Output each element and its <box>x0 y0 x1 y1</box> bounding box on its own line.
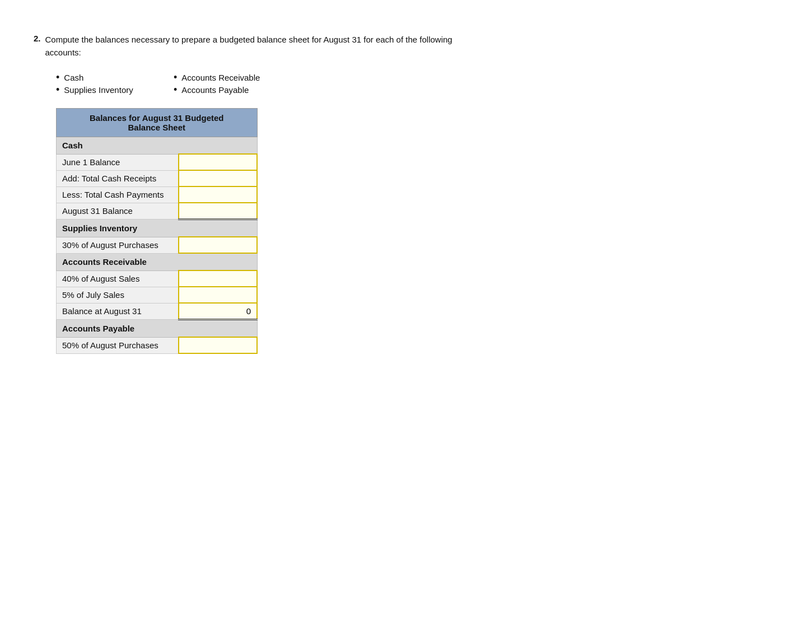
table-row: Add: Total Cash Receipts <box>57 170 258 186</box>
row-label-0-3: August 31 Balance <box>57 203 179 220</box>
row-label-1-0: 30% of August Purchases <box>57 237 179 253</box>
row-label-0-2: Less: Total Cash Payments <box>57 186 179 203</box>
section-label-0: Cash <box>57 137 258 155</box>
bullet-label-supplies-inventory: Supplies Inventory <box>64 85 133 95</box>
input-0-1[interactable] <box>185 174 251 183</box>
input-1-0[interactable] <box>185 240 251 250</box>
row-label-0-1: Add: Total Cash Receipts <box>57 170 179 186</box>
input-0-3[interactable] <box>185 206 251 216</box>
table-row: Less: Total Cash Payments <box>57 186 258 203</box>
input-2-1[interactable] <box>185 290 251 300</box>
row-label-2-0: 40% of August Sales <box>57 270 179 287</box>
section-row-0: Cash <box>57 137 258 155</box>
row-value-2-2[interactable] <box>179 303 257 320</box>
bullet-label-accounts-payable: Accounts Payable <box>181 85 249 95</box>
section-row-1: Supplies Inventory <box>57 220 258 237</box>
table-row: Balance at August 31 <box>57 303 258 320</box>
section-row-2: Accounts Receivable <box>57 253 258 270</box>
bullet-dot: • <box>174 85 177 95</box>
bullet-item-accounts-receivable: • Accounts Receivable <box>174 72 297 82</box>
section-label-2: Accounts Receivable <box>57 253 258 270</box>
table-row: June 1 Balance <box>57 154 258 170</box>
bullet-item-supplies-inventory: • Supplies Inventory <box>56 85 168 95</box>
row-label-2-2: Balance at August 31 <box>57 303 179 320</box>
table-header: Balances for August 31 Budgeted Balance … <box>57 109 258 137</box>
row-label-0-0: June 1 Balance <box>57 154 179 170</box>
row-label-2-1: 5% of July Sales <box>57 287 179 303</box>
row-label-3-0: 50% of August Purchases <box>57 337 179 353</box>
balance-table: Balances for August 31 Budgeted Balance … <box>56 108 258 354</box>
input-2-0[interactable] <box>185 274 251 283</box>
row-value-0-1[interactable] <box>179 170 257 186</box>
bullet-dot: • <box>174 72 177 82</box>
section-label-1: Supplies Inventory <box>57 220 258 237</box>
bullet-item-cash: • Cash <box>56 72 168 82</box>
table-row: 50% of August Purchases <box>57 337 258 353</box>
question-text: Compute the balances necessary to prepar… <box>45 34 482 59</box>
input-0-0[interactable] <box>185 157 251 167</box>
bullet-list: • Cash • Accounts Receivable • Supplies … <box>56 72 778 95</box>
section-label-3: Accounts Payable <box>57 320 258 338</box>
question-block: 2. Compute the balances necessary to pre… <box>34 34 482 59</box>
input-0-2[interactable] <box>185 190 251 199</box>
bullet-dot: • <box>56 72 59 82</box>
row-value-0-0[interactable] <box>179 154 257 170</box>
row-value-1-0[interactable] <box>179 237 257 253</box>
table-row: August 31 Balance <box>57 203 258 220</box>
bullet-label-cash: Cash <box>64 73 83 82</box>
row-value-0-3[interactable] <box>179 203 257 220</box>
bullet-dot: • <box>56 85 59 95</box>
table-header-line2: Balance Sheet <box>128 123 185 132</box>
row-value-2-0[interactable] <box>179 270 257 287</box>
bullet-label-accounts-receivable: Accounts Receivable <box>181 73 260 82</box>
table-header-line1: Balances for August 31 Budgeted <box>90 113 224 123</box>
row-value-3-0[interactable] <box>179 337 257 353</box>
question-number: 2. <box>34 34 41 59</box>
table-row: 30% of August Purchases <box>57 237 258 253</box>
bullet-item-accounts-payable: • Accounts Payable <box>174 85 297 95</box>
input-3-0[interactable] <box>185 340 251 350</box>
table-row: 5% of July Sales <box>57 287 258 303</box>
table-row: 40% of August Sales <box>57 270 258 287</box>
section-row-3: Accounts Payable <box>57 320 258 338</box>
input-2-2[interactable] <box>185 306 251 316</box>
row-value-2-1[interactable] <box>179 287 257 303</box>
row-value-0-2[interactable] <box>179 186 257 203</box>
